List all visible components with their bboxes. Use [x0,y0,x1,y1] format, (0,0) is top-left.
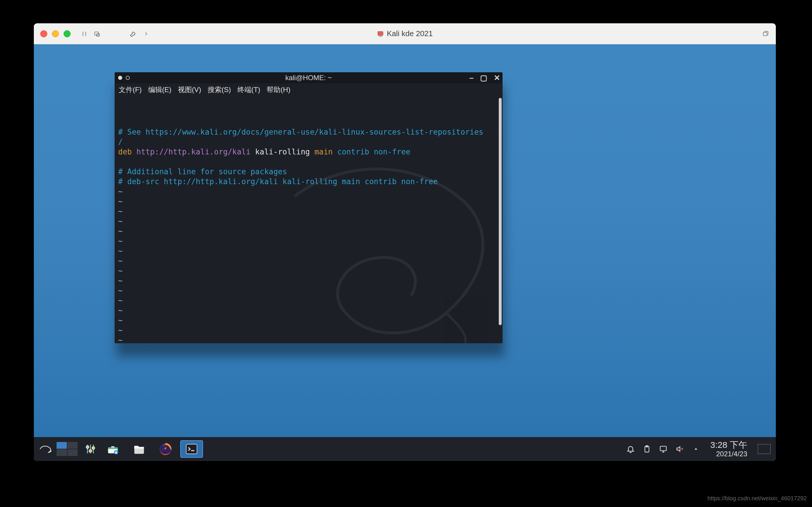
vim-tilde: ~ [118,316,123,325]
bell-icon[interactable] [626,444,636,454]
screenshot-icon[interactable] [92,29,102,39]
svg-rect-9 [108,448,118,449]
wrench-icon[interactable] [128,29,138,39]
vim-tilde: ~ [118,266,123,275]
task-firefox[interactable] [154,440,177,458]
clock-time: 3:28 下午 [710,440,747,450]
menu-view[interactable]: 视图(V) [178,85,201,95]
terminal-title: kali@HOME: ~ [285,74,332,82]
kali-desktop[interactable]: kali@HOME: ~ – ▢ ✕ 文件(F) 编辑(E) 视图(V) 搜索(… [34,44,776,461]
vim-tilde: ~ [118,217,123,226]
task-terminal[interactable] [180,440,203,458]
vim-tilde: ~ [118,296,123,305]
panel-clock[interactable]: 3:28 下午 2021/4/23 [710,440,747,458]
workspace-2[interactable] [67,442,78,449]
settings-sliders-icon[interactable] [84,443,97,455]
host-title: Kali kde 2021 [387,29,433,38]
vim-tilde: ~ [118,286,123,295]
minimize-button[interactable] [52,30,59,37]
vim-tilde: ~ [118,237,123,245]
svg-rect-4 [763,32,767,36]
workspace-1[interactable] [57,442,67,449]
vim-tilde: ~ [118,246,123,255]
workspace-switcher[interactable] [57,442,78,456]
clock-date: 2021/4/23 [710,450,747,458]
host-window: Kali kde 2021 kali@HOME: ~ – ▢ ✕ [34,23,776,461]
chevron-right-icon[interactable] [141,29,151,39]
terminal-scrollbar[interactable] [499,98,502,325]
traffic-lights [34,30,70,37]
minimize-icon[interactable]: – [469,73,474,82]
display-icon[interactable] [658,444,668,454]
svg-rect-15 [660,446,666,451]
menu-edit[interactable]: 编辑(E) [148,85,171,95]
vim-tilde: ~ [118,326,123,335]
svg-rect-3 [379,36,382,37]
menu-search[interactable]: 搜索(S) [208,85,231,95]
terminal-menubar: 文件(F) 编辑(E) 视图(V) 搜索(S) 终端(T) 帮助(H) [115,83,503,96]
workspace-3[interactable] [57,449,67,456]
task-files[interactable] [128,440,151,458]
host-titlebar: Kali kde 2021 [34,23,776,44]
svg-rect-2 [378,32,383,36]
workspace-4[interactable] [67,449,78,456]
system-tray: 3:28 下午 2021/4/23 [626,440,773,458]
menu-file[interactable]: 文件(F) [119,85,142,95]
svg-point-5 [86,446,89,448]
svg-rect-12 [186,444,197,454]
vim-tilde: ~ [118,276,123,285]
terminal-window-controls: – ▢ ✕ [469,73,500,82]
volume-muted-icon[interactable] [675,444,684,454]
svg-point-6 [89,450,92,452]
editor-line: # See https://www.kali.org/docs/general-… [118,128,483,146]
editor-token-deb: deb [118,148,132,156]
show-desktop-button[interactable] [758,444,771,454]
menu-help[interactable]: 帮助(H) [266,85,290,95]
task-downloads[interactable] [101,440,124,458]
kali-menu-icon[interactable] [39,443,52,455]
menu-term[interactable]: 终端(T) [238,85,260,95]
maximize-icon[interactable]: ▢ [480,73,488,82]
source-watermark: https://blog.csdn.net/weixin_46017292 [708,495,807,502]
vim-tilde: ~ [118,187,123,196]
vm-icon [377,30,384,37]
pause-icon[interactable] [79,29,89,39]
terminal-window[interactable]: kali@HOME: ~ – ▢ ✕ 文件(F) 编辑(E) 视图(V) 搜索(… [115,72,503,343]
close-icon[interactable]: ✕ [494,73,500,82]
maximize-button[interactable] [63,30,70,37]
close-button[interactable] [40,30,47,37]
host-title-group: Kali kde 2021 [377,29,433,38]
vim-tilde: ~ [118,197,123,206]
kali-panel: 3:28 下午 2021/4/23 [34,437,776,461]
terminal-body[interactable]: # See https://www.kali.org/docs/general-… [115,96,503,343]
terminal-title-dots [115,76,130,80]
vim-tilde: ~ [118,306,123,315]
dot-icon [118,76,122,80]
clipboard-icon[interactable] [642,444,652,454]
window-multi-icon[interactable] [761,29,771,39]
svg-point-7 [92,447,95,449]
vim-tilde: ~ [118,227,123,235]
kali-dragon-watermark [237,152,459,338]
vim-tilde: ~ [118,207,123,216]
dot-icon [126,76,130,80]
terminal-titlebar[interactable]: kali@HOME: ~ – ▢ ✕ [115,72,503,83]
host-toolbar-left [79,29,151,39]
tray-expand-icon[interactable] [691,444,701,454]
vim-tilde: ~ [118,257,123,265]
editor-token-url: http://http.kali.org/kali [137,148,251,156]
vim-tilde: ~ [118,336,123,343]
